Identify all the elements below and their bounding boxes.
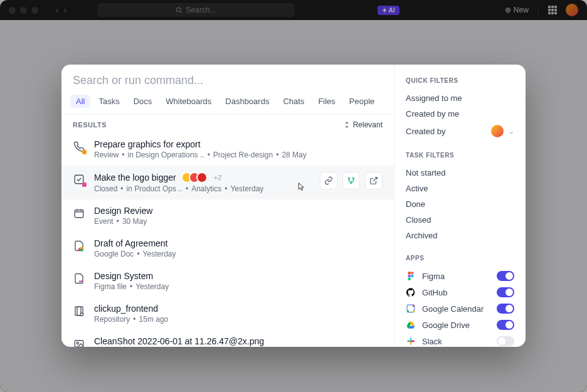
filter-tabs: AllTasksDocsWhiteboardsDashboardsChatsFi… <box>61 87 394 115</box>
app-name: GitHub <box>422 288 490 297</box>
result-item[interactable]: Draft of AgreementGoogle Doc•Yesterday <box>61 232 394 265</box>
link-button[interactable] <box>320 172 337 189</box>
filters-sidebar: QUICK FILTERS Assigned to meCreated by m… <box>394 65 526 347</box>
svg-point-8 <box>80 249 83 252</box>
svg-rect-24 <box>413 310 415 312</box>
svg-point-15 <box>77 342 78 344</box>
result-title: Make the logo bigger <box>94 172 176 183</box>
task-filter-item[interactable]: Archived <box>406 228 514 243</box>
app-toggle[interactable] <box>497 336 514 346</box>
sort-button[interactable]: Relevant <box>344 120 383 129</box>
tab-all[interactable]: All <box>70 95 90 108</box>
result-title: Design System <box>94 271 153 281</box>
result-meta: Event•30 May <box>94 217 383 226</box>
tab-tasks[interactable]: Tasks <box>93 95 125 108</box>
result-meta: Review•in Design Operations ..•Project R… <box>94 151 383 159</box>
svg-point-2 <box>348 177 349 179</box>
svg-point-13 <box>80 313 83 316</box>
app-row: Slack <box>406 333 514 347</box>
task-filter-item[interactable]: Closed <box>406 212 514 228</box>
result-title: clickup_frontend <box>94 304 158 314</box>
svg-point-10 <box>81 280 83 282</box>
quick-filter-item[interactable]: Created by me <box>406 106 514 122</box>
command-palette: Search or run command... AllTasksDocsWhi… <box>61 65 526 347</box>
results-list: Prepare graphics for exportReview•in Des… <box>61 133 394 347</box>
app-name: Slack <box>422 337 490 346</box>
svg-point-19 <box>411 275 414 278</box>
image-icon <box>73 337 85 347</box>
app-toggle[interactable] <box>497 320 514 330</box>
app-toggle[interactable] <box>497 304 514 314</box>
app-row: Google Drive <box>406 317 514 333</box>
assignee-overflow: +2 <box>214 174 222 181</box>
result-title: Prepare graphics for export <box>94 139 201 149</box>
result-title: Draft of Agreement <box>94 238 168 248</box>
result-item[interactable]: CleanShot 2022-06-01 at 11.26.47@2x.pngI… <box>61 330 394 347</box>
gcal-icon <box>406 304 416 314</box>
result-item[interactable]: Design ReviewEvent•30 May <box>61 199 394 232</box>
svg-point-18 <box>408 275 411 278</box>
app-toggle[interactable] <box>497 287 514 297</box>
result-meta: Closed•in Product Ops ..•Analytics•Yeste… <box>94 184 311 193</box>
result-item[interactable]: Prepare graphics for exportReview•in Des… <box>61 133 394 166</box>
sort-label: Relevant <box>353 120 383 129</box>
check-icon <box>73 173 85 186</box>
task-filter-item[interactable]: Active <box>406 181 514 196</box>
result-meta: Figma file•Yesterday <box>94 282 383 291</box>
app-name: Google Drive <box>422 320 490 330</box>
tab-files[interactable]: Files <box>312 95 341 108</box>
tab-chats[interactable]: Chats <box>277 95 310 108</box>
tab-docs[interactable]: Docs <box>128 95 158 108</box>
result-title: CleanShot 2022-06-01 at 11.26.47@2x.png <box>94 336 264 346</box>
svg-point-7 <box>78 248 82 252</box>
user-avatar <box>491 125 504 137</box>
svg-point-9 <box>79 280 81 282</box>
task-filter-item[interactable]: Not started <box>406 165 514 181</box>
repo-icon <box>73 305 85 317</box>
gdrive-icon <box>406 320 416 330</box>
app-row: GitHub <box>406 284 514 300</box>
result-item[interactable]: Make the logo bigger+2Closed•in Product … <box>61 166 394 199</box>
app-name: Google Calendar <box>422 304 490 314</box>
calendar-icon <box>73 207 85 220</box>
slack-icon <box>406 336 416 346</box>
tab-people[interactable]: People <box>344 95 380 108</box>
figma-icon <box>406 271 416 281</box>
svg-rect-22 <box>407 310 409 312</box>
quick-filter-item[interactable]: Assigned to me <box>406 90 514 106</box>
app-name: Figma <box>422 272 490 281</box>
tab-whiteboards[interactable]: Whiteboards <box>160 95 217 108</box>
svg-rect-23 <box>413 305 415 307</box>
apps-heading: APPS <box>406 255 514 262</box>
result-meta: Repository•15m ago <box>94 315 383 324</box>
svg-point-4 <box>351 182 352 183</box>
quick-filters-heading: QUICK FILTERS <box>406 77 514 84</box>
command-search-input[interactable]: Search or run command... <box>61 65 394 87</box>
svg-rect-5 <box>75 210 83 218</box>
sort-icon <box>344 121 350 129</box>
github-icon <box>406 287 416 297</box>
app-toggle[interactable] <box>497 271 514 281</box>
svg-point-20 <box>408 277 411 280</box>
app-row: Google Calendar <box>406 300 514 317</box>
open-button[interactable] <box>365 172 383 189</box>
svg-point-16 <box>408 272 411 275</box>
figma-icon <box>73 272 85 285</box>
result-item[interactable]: Design SystemFigma file•Yesterday <box>61 265 394 297</box>
branch-button[interactable] <box>342 172 360 189</box>
quick-filter-item[interactable]: Created by⌄ <box>406 122 514 140</box>
result-item[interactable]: clickup_frontendRepository•15m ago <box>61 297 394 330</box>
svg-point-3 <box>352 177 354 179</box>
result-meta: Google Doc•Yesterday <box>94 250 383 258</box>
gdoc-icon <box>73 240 85 252</box>
assignee-avatar <box>196 172 208 183</box>
app-row: Figma <box>406 268 514 284</box>
svg-rect-28 <box>411 341 415 342</box>
result-title: Design Review <box>94 206 152 216</box>
svg-point-17 <box>411 272 414 275</box>
task-filters-heading: TASK FILTERS <box>406 152 514 159</box>
phone-icon <box>73 140 85 153</box>
chevron-down-icon: ⌄ <box>509 127 514 135</box>
tab-dashboards[interactable]: Dashboards <box>219 95 275 108</box>
task-filter-item[interactable]: Done <box>406 196 514 212</box>
